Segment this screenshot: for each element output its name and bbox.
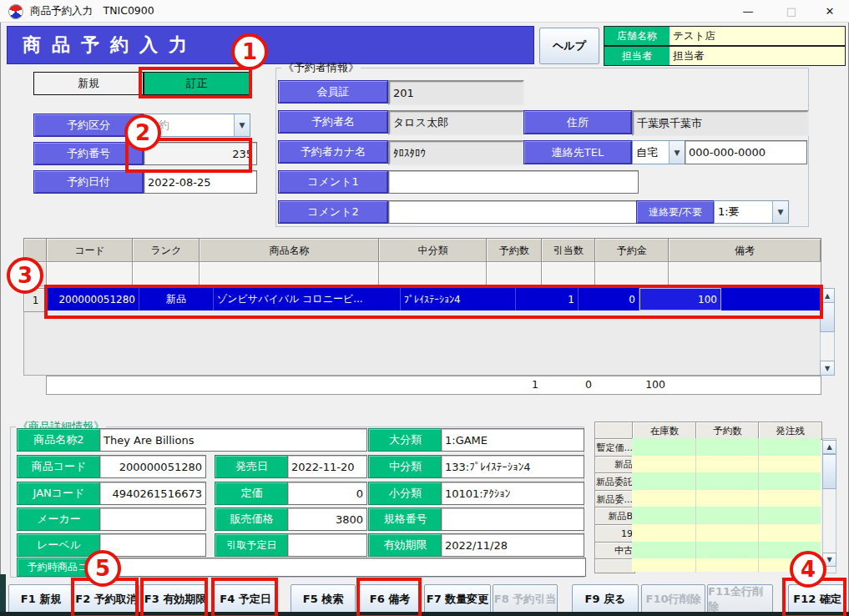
page-title: 商品予約入力 — [8, 33, 198, 58]
customer-kana-label: 予約者カナ名 — [278, 140, 388, 164]
comment1-label: コメント1 — [278, 170, 388, 194]
total-allocated: 0 — [542, 378, 592, 391]
member-card-label: 会員証 — [278, 80, 388, 104]
maker-field — [99, 507, 206, 531]
stock-scrollbar-thumb[interactable] — [822, 454, 836, 489]
stock-corner-cell — [594, 422, 634, 440]
reservation-product-code-field — [97, 558, 586, 577]
grid-col-note: 備考 — [668, 238, 821, 263]
row1-qty: 1 — [516, 288, 579, 311]
page-title-banner: 商品予約入力 — [7, 26, 534, 64]
reservation-kubun-value: 予約 — [144, 114, 234, 136]
chevron-down-icon: ▼ — [669, 141, 685, 164]
close-icon: ✕ — [826, 5, 835, 18]
f5-search-button[interactable]: F5 検索 — [291, 584, 356, 613]
cat1-label: 大分類 — [368, 428, 442, 452]
expiry-label: 有効期限 — [368, 533, 442, 557]
stock-scroll-up-icon[interactable]: ▲ — [822, 440, 836, 454]
grid-filter-category[interactable] — [378, 261, 488, 287]
reservation-kubun-label: 予約区分 — [33, 114, 144, 137]
f4-planned-date-button[interactable]: F4 予定日 — [214, 584, 277, 613]
contact-need-select[interactable]: 1:要 ▼ — [714, 200, 789, 224]
f7-quantity-change-button[interactable]: F7 数量変更 — [424, 584, 491, 613]
maximize-icon: □ — [786, 5, 796, 18]
stock-rowhdr-6: 中古 — [594, 542, 635, 561]
f9-back-button[interactable]: F9 戻る — [572, 584, 639, 613]
reservation-product-code-label: 予約時商品コ — [17, 558, 99, 577]
cat2-field: 133:ﾌﾟﾚｲｽﾃｰｼｮﾝ4 — [441, 455, 584, 478]
grid-col-category: 中分類 — [378, 238, 488, 263]
f11-delete-all-rows-button: F11全行削除 — [707, 584, 773, 613]
stock-col-hachu: 発注残 — [758, 422, 822, 440]
stock-row-4 — [632, 507, 821, 524]
grid-filter-deposit[interactable] — [594, 261, 670, 287]
minimize-icon: — — [743, 5, 754, 18]
new-mode-button[interactable]: 新規 — [33, 72, 144, 95]
f12-confirm-button[interactable]: F12 確定 — [788, 584, 846, 613]
minimize-button[interactable]: — — [729, 0, 767, 22]
scroll-up-icon[interactable]: ▲ — [820, 288, 835, 303]
stock-rowhdr-7 — [594, 558, 635, 573]
grid-filter-rank[interactable] — [132, 261, 200, 287]
stock-scroll-down-icon[interactable]: ▼ — [822, 553, 836, 567]
tel-field[interactable]: 000-000-0000 — [685, 140, 807, 164]
label-field — [99, 533, 206, 557]
comment2-label: コメント2 — [278, 200, 388, 224]
tel-type-value: 自宅 — [633, 141, 669, 164]
row1-deposit: 100 — [639, 288, 721, 311]
table-row[interactable]: 200000051280 新品 ゾンビサバイバル コロニービ... ﾌﾟﾚｲｽﾃ… — [46, 288, 820, 311]
reservation-date-label: 予約日付 — [33, 170, 144, 194]
label-label: レーベル — [17, 533, 101, 557]
product-code-field: 200000051280 — [99, 455, 206, 478]
grid-col-qty: 予約数 — [486, 238, 543, 263]
row1-code: 200000051280 — [46, 288, 139, 311]
grid-filter-note[interactable] — [668, 261, 821, 287]
background-artifact — [0, 612, 849, 616]
reservation-number-label: 予約番号 — [33, 142, 144, 165]
stock-col-zaiko: 在庫数 — [632, 422, 697, 440]
reservation-number-field[interactable]: 235 — [144, 142, 257, 165]
edit-mode-button[interactable]: 訂正 — [144, 72, 250, 95]
pickup-date-field — [287, 533, 367, 557]
f3-expiry-button[interactable]: F3 有効期限 — [143, 584, 208, 613]
grid-filter-code[interactable] — [46, 261, 134, 287]
grid-filter-qty[interactable] — [486, 261, 543, 287]
reservation-date-field[interactable]: 2022-08-25 — [144, 170, 257, 194]
stock-row-2 — [632, 472, 821, 490]
store-name-row: 店舗名称 テスト店 — [604, 26, 846, 46]
cat3-label: 小分類 — [368, 482, 442, 505]
f6-note-button[interactable]: F6 備考 — [359, 584, 421, 613]
f2-cancel-reservation-button[interactable]: F2 予約取消 — [73, 584, 139, 613]
grid-col-name: 商品名称 — [199, 238, 380, 263]
grid-totals-row: 1 0 100 — [46, 376, 821, 395]
grid-row1-number: 1 — [23, 288, 48, 312]
chevron-down-icon: ▼ — [772, 201, 788, 223]
reservation-kubun-select: 予約 ▼ — [144, 114, 250, 137]
grid-filter-allocated[interactable] — [541, 261, 596, 287]
scroll-down-icon[interactable]: ▼ — [820, 361, 835, 376]
name2-field: They Are Billions — [99, 428, 367, 452]
grid-scrollbar-thumb[interactable] — [820, 302, 835, 332]
stock-row-6 — [632, 542, 821, 559]
f10-delete-row-button: F10行削除 — [641, 584, 705, 613]
name2-label: 商品名称2 — [17, 428, 101, 452]
maximize-button[interactable]: □ — [772, 0, 811, 22]
customer-name-field: タロス太郎 — [388, 110, 524, 135]
tel-type-select[interactable]: 自宅 ▼ — [632, 140, 685, 164]
grid-filter-name[interactable] — [199, 261, 380, 287]
store-name-value: テスト店 — [670, 27, 845, 45]
stock-col-yoyaku: 予約数 — [695, 422, 760, 440]
grid-col-deposit: 予約金 — [594, 238, 670, 263]
member-card-field: 201 — [388, 80, 524, 105]
address-field: 千葉県千葉市 — [632, 110, 809, 136]
stock-rowhdr-1: 新品 — [594, 456, 635, 475]
total-qty: 1 — [487, 378, 538, 391]
help-button[interactable]: ヘルプ — [539, 28, 599, 64]
window-title: 商品予約入力 TNIC0900 — [30, 4, 154, 18]
comment2-field[interactable] — [388, 200, 639, 224]
maker-label: メーカー — [17, 507, 101, 531]
f1-new-button[interactable]: F1 新規 — [8, 584, 73, 613]
grid-col-allocated: 引当数 — [541, 238, 596, 263]
close-button[interactable]: ✕ — [811, 0, 849, 22]
comment1-field[interactable] — [388, 170, 639, 194]
